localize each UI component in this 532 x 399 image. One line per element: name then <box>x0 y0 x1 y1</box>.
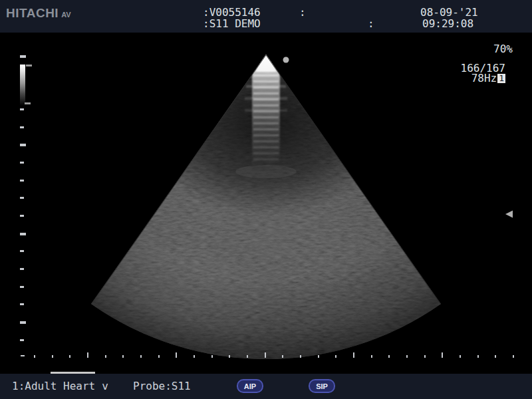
brand-suffix: AV <box>61 11 70 19</box>
probe-label: Probe:S11 <box>133 380 191 392</box>
ultrasound-sector-image <box>0 0 532 399</box>
patient-name-field: :S11 DEMO <box>203 18 261 29</box>
sector-cone <box>0 0 532 399</box>
frame-rate-line: 78Hz1 <box>471 73 505 84</box>
transmit-power-value: 70% <box>493 44 513 55</box>
brand-name: HITACHI <box>6 6 59 20</box>
header-bar: HITACHIAV :V0055146 : 08-09-'21 :S11 DEM… <box>0 0 532 33</box>
ultrasound-screen: HITACHIAV :V0055146 : 08-09-'21 :S11 DEM… <box>0 0 532 399</box>
footer-bar: 1:Adult Heartv Probe:S11 AIP SIP <box>0 374 532 399</box>
grayscale-bar <box>20 65 25 106</box>
image-index-badge: 1 <box>497 74 505 83</box>
field-separator-1: : <box>299 7 306 18</box>
sip-button[interactable]: SIP <box>309 379 335 393</box>
exam-time: 09:29:08 <box>422 18 473 29</box>
focus-marker-arrow-icon <box>505 211 513 218</box>
apex-orientation-marker-dot <box>283 57 289 63</box>
width-scale-ticks <box>34 352 516 358</box>
preset-selector[interactable]: 1:Adult Heartv <box>12 380 108 392</box>
preset-dropdown-indicator: v <box>102 380 108 392</box>
aip-button[interactable]: AIP <box>237 379 263 393</box>
exam-date: 08-09-'21 <box>420 7 478 18</box>
field-separator-2: : <box>368 18 374 29</box>
preset-label: 1:Adult Heart <box>12 380 95 392</box>
hitachi-logo: HITACHIAV <box>6 6 71 21</box>
patient-id-field: :V0055146 <box>203 7 261 18</box>
frame-rate-value: 78Hz <box>471 72 497 84</box>
